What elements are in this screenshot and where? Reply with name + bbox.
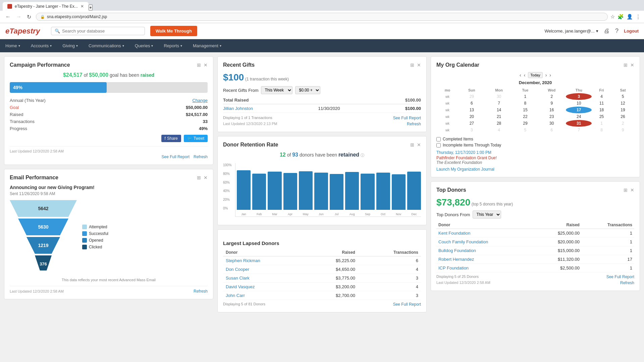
- cal-day-2b[interactable]: 2: [611, 120, 634, 127]
- cal-day-29a[interactable]: 29: [459, 93, 485, 100]
- cal-day-5b[interactable]: 5: [513, 127, 538, 133]
- cal-day-1[interactable]: 1: [513, 93, 538, 100]
- filter-from-select[interactable]: This Week This Month This Year: [261, 86, 292, 94]
- new-tab-button[interactable]: +: [89, 4, 93, 11]
- cal-day-29b[interactable]: 29: [513, 120, 538, 127]
- nav-item-home[interactable]: Home ▾: [0, 39, 25, 52]
- top-donor-name-3[interactable]: Robert Hernandez: [436, 255, 534, 264]
- lapsed-donor-2[interactable]: Susan Clark: [223, 274, 306, 283]
- lapsed-see-report[interactable]: See Full Report: [393, 302, 421, 307]
- active-tab[interactable]: eTapestry - Jane Langer - The Ex... ✕: [3, 2, 89, 11]
- reload-button[interactable]: ↻: [25, 13, 33, 21]
- campaign-see-full-report[interactable]: See Full Report: [162, 155, 190, 159]
- cal-day-24[interactable]: 24: [566, 113, 592, 120]
- forward-button[interactable]: →: [14, 13, 23, 21]
- back-button[interactable]: ←: [3, 13, 13, 21]
- calendar-close-button[interactable]: ✕: [630, 62, 634, 68]
- cal-day-19[interactable]: 19: [611, 107, 634, 113]
- campaign-close-button[interactable]: ✕: [204, 62, 208, 68]
- top-donors-grid-button[interactable]: ⊞: [624, 187, 628, 193]
- filter-amount-select[interactable]: $0.00 +: [295, 86, 320, 94]
- calendar-next-button[interactable]: ›: [545, 72, 547, 78]
- lapsed-donor-4[interactable]: John Carr: [223, 291, 306, 300]
- url-field[interactable]: 🔒 sna.etapestry.com/prod/Main2.jsp: [36, 13, 608, 21]
- cal-day-3b[interactable]: 3: [459, 127, 485, 133]
- bookmark-button[interactable]: ☆: [610, 14, 615, 20]
- cal-day-6b[interactable]: 6: [537, 127, 566, 133]
- twitter-tweet-button[interactable]: 🐦 Tweet: [184, 135, 208, 142]
- cal-day-17-today[interactable]: 17: [566, 107, 592, 113]
- help-button[interactable]: ?: [615, 27, 619, 35]
- lapsed-donor-3[interactable]: David Vasquez: [223, 283, 306, 291]
- event-date[interactable]: Thursday, 12/17/2020 1:00 PM: [436, 150, 634, 155]
- event-grant-link[interactable]: Pathfinder Foundation Grant Due!: [436, 156, 634, 160]
- cal-day-28[interactable]: 28: [485, 120, 513, 127]
- search-input[interactable]: [62, 28, 141, 34]
- incomplete-items-checkbox[interactable]: [436, 143, 441, 147]
- cal-day-2[interactable]: 2: [537, 93, 566, 100]
- logout-button[interactable]: Logout: [624, 28, 639, 34]
- calendar-grid-button[interactable]: ⊞: [624, 62, 628, 68]
- profile-button[interactable]: 👤: [627, 14, 633, 20]
- nav-item-queries[interactable]: Queries ▾: [129, 39, 159, 52]
- cal-day-27[interactable]: 27: [459, 120, 485, 127]
- cal-day-31[interactable]: 31: [566, 120, 592, 127]
- cal-day-16[interactable]: 16: [537, 107, 566, 113]
- cal-day-23[interactable]: 23: [537, 113, 566, 120]
- top-donor-name-1[interactable]: Couch Family Foundation: [436, 238, 534, 246]
- retention-info-icon[interactable]: ⓘ: [361, 153, 364, 157]
- email-refresh-button[interactable]: Refresh: [194, 289, 208, 294]
- top-donor-name-4[interactable]: ICP Foundation: [436, 264, 534, 273]
- print-button[interactable]: 🖨: [604, 27, 610, 35]
- cal-day-26[interactable]: 26: [611, 113, 634, 120]
- recent-gifts-refresh[interactable]: Refresh: [407, 122, 421, 126]
- cal-day-14[interactable]: 14: [485, 107, 513, 113]
- top-donors-see-full-report[interactable]: See Full Report: [606, 275, 634, 279]
- cal-day-10[interactable]: 10: [566, 100, 592, 107]
- nav-item-management[interactable]: Management ▾: [187, 39, 227, 52]
- cal-day-30b[interactable]: 30: [537, 120, 566, 127]
- calendar-next2-button[interactable]: ›: [549, 72, 551, 78]
- cal-day-1b[interactable]: 1: [592, 120, 611, 127]
- cal-day-9b[interactable]: 9: [611, 127, 634, 133]
- retention-grid-button[interactable]: ⊞: [410, 142, 414, 147]
- cal-day-6[interactable]: 6: [459, 100, 485, 107]
- cal-day-7[interactable]: 7: [485, 100, 513, 107]
- campaign-refresh-button[interactable]: Refresh: [194, 155, 208, 159]
- nav-item-accounts[interactable]: Accounts ▾: [25, 39, 57, 52]
- cal-day-12[interactable]: 12: [611, 100, 634, 107]
- top-donor-name-2[interactable]: Bulldog Foundation: [436, 246, 534, 255]
- cal-day-7b[interactable]: 7: [566, 127, 592, 133]
- cal-day-8[interactable]: 8: [513, 100, 538, 107]
- cal-day-5[interactable]: 5: [611, 93, 634, 100]
- cal-day-4b[interactable]: 4: [485, 127, 513, 133]
- nav-item-reports[interactable]: Reports ▾: [158, 39, 187, 52]
- top-donors-close-button[interactable]: ✕: [630, 187, 634, 193]
- tab-close-button[interactable]: ✕: [80, 4, 84, 9]
- recent-gifts-close-button[interactable]: ✕: [417, 62, 421, 68]
- change-link[interactable]: Change: [192, 98, 208, 103]
- cal-day-8b[interactable]: 8: [592, 127, 611, 133]
- cal-day-11[interactable]: 11: [592, 100, 611, 107]
- cal-day-21[interactable]: 21: [485, 113, 513, 120]
- retention-close-button[interactable]: ✕: [417, 142, 421, 147]
- extensions-button[interactable]: 🧩: [618, 14, 624, 20]
- cal-day-30a[interactable]: 30: [485, 93, 513, 100]
- cal-day-13[interactable]: 13: [459, 107, 485, 113]
- launch-journal-link[interactable]: Launch My Organization Journal: [436, 167, 634, 172]
- cal-day-15[interactable]: 15: [513, 107, 538, 113]
- cal-day-9[interactable]: 9: [537, 100, 566, 107]
- calendar-today-button[interactable]: Today: [528, 72, 542, 78]
- cal-day-18[interactable]: 18: [592, 107, 611, 113]
- cal-day-25[interactable]: 25: [592, 113, 611, 120]
- top-donor-name-0[interactable]: Kent Foundation: [436, 229, 534, 238]
- facebook-share-button[interactable]: f Share: [161, 135, 181, 142]
- email-grid-button[interactable]: ⊞: [197, 175, 201, 180]
- walk-me-through-button[interactable]: Walk Me Through: [150, 26, 197, 36]
- completed-items-checkbox[interactable]: [436, 137, 441, 141]
- email-close-button[interactable]: ✕: [204, 175, 208, 180]
- top-donors-filter-select[interactable]: This Year Last Year All Time: [473, 210, 501, 219]
- calendar-prev2-button[interactable]: ‹: [524, 72, 526, 78]
- lapsed-donor-0[interactable]: Stephen Rickman: [223, 256, 306, 265]
- nav-item-communications[interactable]: Communications ▾: [83, 39, 129, 52]
